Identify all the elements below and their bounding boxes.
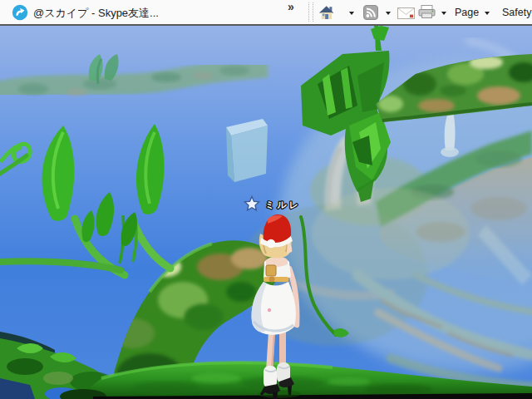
page-menu-button[interactable]: Page [455,7,479,18]
print-dropdown-arrow[interactable] [441,12,446,15]
home-icon[interactable] [318,5,335,20]
page-dropdown-arrow[interactable] [485,12,490,15]
home-dropdown-arrow[interactable] [349,12,354,15]
feed-icon[interactable] [363,5,378,20]
player-name-label: ミルレ [265,200,301,209]
game-viewport[interactable]: ミルレ [0,26,532,399]
toolbar-gripper[interactable] [308,2,313,22]
safety-menu-button[interactable]: Safety [502,7,531,18]
game-scene: ミルレ [0,26,532,399]
skype-icon [12,4,28,21]
tab-title[interactable]: @スカイプ - Skype友達... [33,6,159,21]
print-icon[interactable] [418,5,436,19]
feed-dropdown-arrow[interactable] [386,12,391,15]
browser-command-bar: @スカイプ - Skype友達... » Page Safety [0,0,532,26]
crystal-block [226,119,268,182]
toolbar-overflow-chevron[interactable]: » [288,0,293,13]
mail-icon[interactable] [397,7,415,19]
